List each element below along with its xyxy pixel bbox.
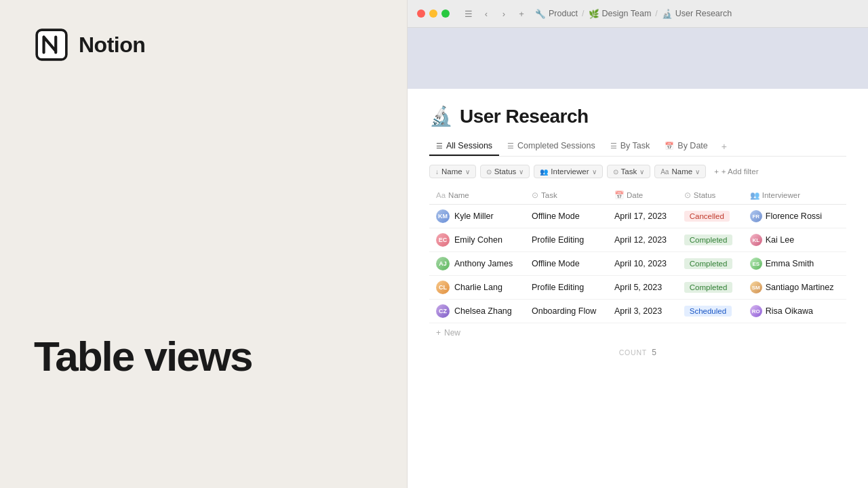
tab-completed-sessions[interactable]: ☰ Completed Sessions — [500, 137, 602, 156]
sort-icon: ↓ — [435, 168, 439, 176]
filter-status-label: Status — [494, 167, 517, 176]
breadcrumb-label-user-research: User Research — [675, 9, 732, 18]
cell-interviewer-2: ES Emma Smith — [743, 252, 846, 276]
cell-status-2: Completed — [677, 252, 743, 276]
name-value-0: Kyle Miller — [454, 211, 494, 221]
nav-menu-icon[interactable]: ☰ — [462, 7, 475, 20]
filter-task-label: Task — [621, 167, 637, 176]
traffic-light-yellow[interactable] — [429, 9, 437, 18]
task-chevron-icon: ∨ — [639, 168, 644, 176]
tagline: Table views — [34, 333, 373, 380]
name-value-1: Emily Cohen — [454, 235, 502, 245]
int-avatar-2: ES — [750, 258, 762, 270]
user-research-icon: 🔬 — [662, 9, 673, 19]
status-filter-icon: ⊙ — [486, 168, 492, 176]
tab-label-completed: Completed Sessions — [517, 141, 595, 150]
cell-date-3: April 5, 2023 — [608, 276, 677, 300]
page-title: User Research — [460, 106, 589, 127]
table-row: CL Charlie Lang Profile Editing April 5,… — [429, 276, 846, 300]
cell-task-1: Profile Editing — [525, 228, 608, 252]
traffic-lights — [417, 9, 450, 18]
filter-status[interactable]: ⊙ Status ∨ — [480, 165, 530, 178]
cell-interviewer-3: SM Santiago Martinez — [743, 276, 846, 300]
avatar-1: EC — [436, 233, 450, 247]
tab-label-by-date: By Date — [677, 141, 707, 150]
col-date-icon: 📅 — [614, 191, 624, 199]
cell-task-0: Offline Mode — [525, 205, 608, 228]
count-label: COUNT — [619, 348, 647, 357]
add-filter-icon: + — [714, 167, 719, 176]
tab-icon-by-date: 📅 — [665, 142, 674, 150]
nav-add-button[interactable]: + — [515, 7, 528, 20]
page-title-area: 🔬 User Research — [429, 89, 846, 137]
cell-task-2: Offline Mode — [525, 252, 608, 276]
tab-all-sessions[interactable]: ☰ All Sessions — [429, 137, 499, 156]
cell-date-1: April 12, 2023 — [608, 228, 677, 252]
page-emoji: 🔬 — [429, 105, 453, 127]
col-name-icon: Aa — [436, 191, 446, 199]
status-badge-1: Completed — [684, 235, 733, 245]
count-bar: COUNT 5 — [429, 342, 846, 363]
breadcrumb: 🔧 Product / 🌿 Design Team / 🔬 User Resea… — [535, 9, 732, 19]
notion-window: ☰ ‹ › + 🔧 Product / 🌿 Design Team / 🔬 Us… — [407, 0, 868, 488]
add-filter-button[interactable]: + + Add filter — [710, 165, 762, 178]
name-filter-icon: Aa — [660, 168, 669, 176]
breadcrumb-item-product[interactable]: 🔧 Product — [535, 9, 578, 19]
filter-sort-name[interactable]: ↓ Name ∨ — [429, 165, 476, 178]
product-icon: 🔧 — [535, 9, 546, 19]
cell-interviewer-0: FR Florence Rossi — [743, 205, 846, 228]
cell-status-3: Completed — [677, 276, 743, 300]
breadcrumb-item-design-team[interactable]: 🌿 Design Team — [589, 9, 652, 19]
col-task-icon: ⊙ — [532, 191, 538, 199]
col-header-status[interactable]: ⊙Status — [677, 186, 743, 205]
breadcrumb-label-product: Product — [549, 9, 578, 18]
design-team-icon: 🌿 — [589, 9, 599, 19]
cell-name-4: CZ Chelsea Zhang — [429, 300, 525, 323]
cell-status-1: Completed — [677, 228, 743, 252]
filter-task[interactable]: ⊙ Task ∨ — [607, 165, 651, 178]
avatar-2: AJ — [436, 257, 450, 270]
name-value-4: Chelsea Zhang — [454, 306, 512, 316]
int-avatar-4: RO — [750, 305, 762, 317]
status-chevron-icon: ∨ — [519, 168, 524, 176]
table-row: EC Emily Cohen Profile Editing April 12,… — [429, 228, 846, 252]
col-header-task[interactable]: ⊙Task — [525, 186, 608, 205]
nav-back-button[interactable]: ‹ — [479, 7, 493, 20]
interviewer-name-2: Emma Smith — [766, 259, 814, 268]
tab-by-task[interactable]: ☰ By Task — [604, 137, 657, 156]
cell-task-3: Profile Editing — [525, 276, 608, 300]
new-row-button[interactable]: + New — [429, 323, 846, 342]
cell-interviewer-1: KL Kai Lee — [743, 228, 846, 252]
col-header-date[interactable]: 📅Date — [608, 186, 677, 205]
status-badge-2: Completed — [684, 258, 733, 269]
cell-name-3: CL Charlie Lang — [429, 276, 525, 300]
traffic-light-green[interactable] — [441, 9, 450, 18]
col-header-name[interactable]: AaName — [429, 186, 525, 205]
cover-image — [408, 28, 868, 89]
tab-icon-by-task: ☰ — [610, 142, 617, 150]
table-row: CZ Chelsea Zhang Onboarding Flow April 3… — [429, 300, 846, 323]
table-header-row: AaName ⊙Task 📅Date ⊙Status 👥Interviewe — [429, 186, 846, 205]
interviewer-name-0: Florence Rossi — [766, 211, 822, 221]
col-status-icon: ⊙ — [684, 191, 691, 199]
breadcrumb-item-user-research[interactable]: 🔬 User Research — [662, 9, 732, 19]
status-badge-4: Scheduled — [684, 306, 732, 317]
interviewer-filter-icon: 👥 — [540, 168, 548, 176]
interviewer-name-1: Kai Lee — [766, 235, 794, 245]
browser-controls: ☰ ‹ › + — [462, 7, 528, 20]
avatar-4: CZ — [436, 304, 450, 318]
cell-name-2: AJ Anthony James — [429, 252, 525, 276]
filter-name[interactable]: Aa Name ∨ — [654, 165, 706, 178]
breadcrumb-sep-2: / — [655, 9, 657, 18]
count-value: 5 — [652, 348, 656, 357]
tab-by-date[interactable]: 📅 By Date — [658, 137, 714, 156]
nav-forward-button[interactable]: › — [497, 7, 511, 20]
task-filter-icon: ⊙ — [613, 168, 618, 176]
traffic-light-red[interactable] — [417, 9, 425, 18]
tab-icon-completed: ☰ — [507, 142, 514, 150]
int-avatar-0: FR — [750, 210, 762, 222]
col-header-interviewer[interactable]: 👥Interviewer — [743, 186, 846, 205]
tab-add-button[interactable]: + — [716, 137, 732, 156]
tab-label-all-sessions: All Sessions — [446, 141, 492, 150]
filter-interviewer[interactable]: 👥 Interviewer ∨ — [534, 165, 602, 178]
